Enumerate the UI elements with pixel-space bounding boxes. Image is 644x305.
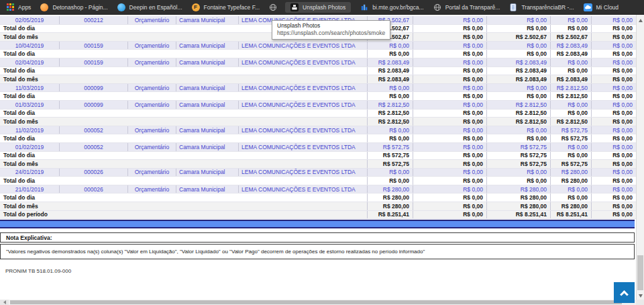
cell-value: R$ 0,00: [413, 58, 486, 67]
table-total-row: Total do diaR$ 280,00R$ 0,00R$ 280,00R$ …: [0, 193, 636, 202]
cell-organization: Camara Municipal: [176, 16, 238, 24]
cell-value: R$ 0,00: [591, 177, 636, 185]
cell-value: R$ 2.812,50: [486, 118, 550, 126]
cell-value: R$ 0,00: [413, 92, 486, 100]
cell-value: R$ 8.251,41: [550, 211, 591, 219]
cell-value: R$ 0,00: [591, 126, 636, 134]
table-row[interactable]: 10/04/2019000159OrçamentárioCamara Munic…: [0, 42, 636, 50]
cell-type: Orçamentário: [127, 16, 176, 24]
bookmark-portal-da-transpar[interactable]: Portal da Transparê...: [433, 3, 500, 11]
bookmark-fontaine-typeface-f[interactable]: FFontaine Typeface F...: [192, 3, 260, 11]
cell-value: R$ 0,00: [413, 67, 486, 75]
cell-supplier: LEMA COMUNICAÇÕES E EVENTOS LTDA: [238, 126, 367, 134]
cell-date: 02/05/2019: [0, 16, 59, 24]
cell-value: R$ 280,00: [486, 185, 550, 193]
cell-date: 01/02/2019: [0, 143, 59, 151]
cell-value: R$ 0,00: [413, 134, 486, 142]
note-text: "Valores negativos demonstrados na(s) co…: [6, 249, 425, 255]
table-row[interactable]: 01/02/2019000052OrçamentárioCamara Munic…: [0, 143, 636, 152]
cell-value: R$ 572,75: [486, 160, 550, 168]
bookmark-mi-cloud[interactable]: Mi Cloud: [584, 3, 619, 11]
cell-value: R$ 2.502,67: [486, 33, 550, 41]
total-label: Total do dia: [0, 177, 367, 185]
table-row[interactable]: 11/02/2019000052OrçamentárioCamara Munic…: [0, 126, 636, 135]
bookmark-globe[interactable]: [269, 3, 277, 11]
total-label: Total do mês: [0, 75, 367, 83]
cell-value: R$ 0,00: [591, 110, 636, 118]
cell-value: R$ 0,00: [367, 84, 413, 92]
cell-value: R$ 572,75: [550, 160, 591, 168]
cell-value: R$ 2.083,49: [486, 58, 550, 67]
cell-type: Orçamentário: [127, 169, 176, 177]
cell-value: R$ 0,00: [486, 92, 550, 100]
cell-value: R$ 0,00: [550, 143, 591, 151]
cell-document-number: 000099: [59, 101, 127, 109]
cell-value: R$ 0,00: [486, 25, 550, 33]
cell-value: R$ 0,00: [367, 42, 413, 50]
scroll-to-top-button[interactable]: [614, 282, 635, 303]
bookmark-label: Detonashop - Págin...: [52, 4, 107, 11]
cell-date: 10/04/2019: [0, 42, 59, 50]
cell-value: R$ 280,00: [486, 193, 550, 202]
table-row[interactable]: 24/01/2019000026OrçamentárioCamara Munic…: [0, 169, 636, 177]
scroll-left-arrow-icon[interactable]: [0, 300, 9, 305]
note-header-box: Nota Explicativa:: [0, 232, 635, 243]
cell-value: R$ 0,00: [367, 169, 413, 177]
cell-value: R$ 0,00: [550, 193, 591, 202]
cell-value: R$ 280,00: [367, 193, 413, 202]
table-row[interactable]: 11/03/2019000099OrçamentárioCamara Munic…: [0, 84, 636, 93]
cell-value: R$ 280,00: [550, 169, 591, 177]
cell-value: R$ 0,00: [591, 25, 636, 33]
cloud-icon: [584, 3, 592, 11]
total-label: Total do dia: [0, 134, 367, 142]
cell-value: R$ 2.083,49: [367, 58, 413, 67]
cell-value: R$ 0,00: [550, 101, 591, 109]
cell-value: R$ 0,00: [550, 110, 591, 118]
cell-organization: Camara Municipal: [176, 169, 238, 177]
table-row[interactable]: 21/01/2019000026OrçamentárioCamara Munic…: [0, 185, 636, 194]
bookmark-bi-mte-gov-br-bgca[interactable]: bi.mte.gov.br/bgca...: [360, 3, 423, 11]
cell-organization: Camara Municipal: [176, 185, 238, 193]
cell-value: R$ 8.251,41: [486, 211, 550, 219]
blue-circle-icon: [117, 3, 125, 11]
horizontal-scrollbar-thumb[interactable]: [10, 300, 622, 304]
horizontal-scrollbar[interactable]: [0, 300, 636, 305]
cell-value: R$ 2.812,50: [550, 118, 591, 126]
cell-value: R$ 280,00: [367, 185, 413, 193]
cell-value: R$ 0,00: [591, 101, 636, 109]
cell-value: R$ 0,00: [550, 67, 591, 75]
table-row[interactable]: 01/03/2019000099OrçamentárioCamara Munic…: [0, 101, 636, 110]
cell-document-number: 000026: [59, 169, 127, 177]
cell-value: R$ 0,00: [550, 58, 591, 67]
table-total-row: Total do diaR$ 0,00R$ 0,00R$ 0,00R$ 572,…: [0, 134, 636, 143]
bookmark-deepin-en-espa-l[interactable]: Deepin en Españöl...: [117, 3, 182, 11]
cell-value: R$ 2.812,50: [367, 101, 413, 109]
cell-value: R$ 0,00: [367, 126, 413, 134]
cell-value: R$ 0,00: [413, 202, 486, 210]
cell-value: R$ 0,00: [591, 160, 636, 168]
cell-value: R$ 0,00: [413, 177, 486, 185]
apps-menu[interactable]: Apps: [7, 3, 31, 11]
scroll-up-arrow-icon[interactable]: [637, 16, 644, 24]
table-row[interactable]: 02/04/2019000159OrçamentárioCamara Munic…: [0, 58, 636, 67]
cell-value: R$ 2.502,67: [550, 33, 591, 41]
table-total-row: Total do mêsR$ 572,75R$ 0,00R$ 572,75R$ …: [0, 160, 636, 169]
bookmark-unsplash-photos[interactable]: Unsplash Photos: [285, 2, 351, 13]
chevron-up-icon: [620, 290, 629, 299]
cell-value: R$ 2.083,49: [550, 50, 591, 58]
scroll-down-arrow-icon[interactable]: [637, 292, 644, 300]
bookmark-tooltip: Unsplash Photos https://unsplash.com/sea…: [272, 20, 390, 40]
vertical-scrollbar[interactable]: [636, 15, 644, 300]
cell-supplier: LEMA COMUNICAÇÕES E EVENTOS LTDA: [238, 84, 367, 92]
cell-type: Orçamentário: [127, 58, 176, 67]
bookmark-detonashop-p-gin[interactable]: Detonashop - Págin...: [40, 3, 107, 11]
cell-value: R$ 280,00: [367, 202, 413, 210]
apps-label: Apps: [18, 4, 31, 11]
cell-value: R$ 0,00: [486, 134, 550, 142]
bookmark-transpar-nciabr[interactable]: TransparênciaBR -...: [509, 3, 574, 11]
bookmark-label: Unsplash Photos: [303, 4, 345, 11]
cell-type: Orçamentário: [127, 84, 176, 92]
vertical-scrollbar-thumb[interactable]: [637, 255, 643, 290]
cell-supplier: LEMA COMUNICAÇÕES E EVENTOS LTDA: [238, 143, 367, 151]
cell-value: R$ 0,00: [367, 92, 413, 100]
